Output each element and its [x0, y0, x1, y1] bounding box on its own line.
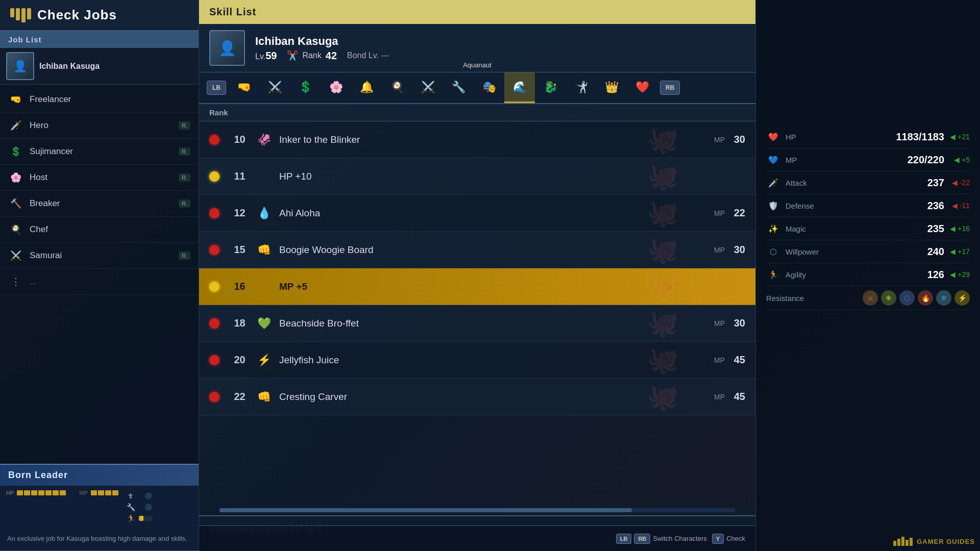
active-job-tooltip: Aquanaut	[463, 61, 492, 69]
char-name-left: Ichiban Kasuga	[39, 62, 100, 71]
born-leader-header: Born Leader	[0, 465, 199, 486]
job-tab-8[interactable]: 🎭	[474, 72, 504, 103]
mp-icon: 💙	[766, 153, 780, 167]
skill-rank-1: 11	[226, 170, 254, 182]
job-item-samurai[interactable]: ⚔️ Samurai R.	[0, 243, 199, 269]
agility-value: 126	[888, 269, 944, 281]
job-name-sujimancer: Sujimancer	[30, 146, 173, 157]
skill-dot-5	[209, 318, 219, 329]
job-item-sujimancer[interactable]: 💲 Sujimancer R.	[0, 139, 199, 165]
magic-diff-arrow: ◀	[950, 224, 955, 233]
skill-row-5[interactable]: 18 💚 Beachside Bro-ffet 🐙 MP 30	[199, 305, 755, 342]
skill-rank-4: 16	[226, 281, 254, 292]
born-leader-section: Born Leader HP MP	[0, 464, 199, 552]
skill-row-1[interactable]: 11 HP +10 🐙	[199, 158, 755, 195]
stats-panel: ❤️ HP 1183/1183 ◀ +21 💙 MP 220/220 ◀ +5 …	[755, 0, 980, 551]
char-level-rank: Lv.59 ✂️ Rank42 Bond Lv. ---	[255, 50, 745, 62]
mp-value: 220/220	[888, 154, 944, 166]
defense-diff: ◀ -11	[949, 202, 970, 210]
rb-ctrl[interactable]: RB	[634, 534, 650, 544]
skill-mp-label-0: MP	[714, 136, 725, 144]
lb-ctrl[interactable]: LB	[616, 534, 632, 544]
character-select-row[interactable]: 👤 Ichiban Kasuga	[0, 48, 199, 85]
skill-icon-6: ⚡	[254, 350, 274, 370]
skill-mp-label-3: MP	[714, 246, 725, 254]
job-name-samurai: Samurai	[30, 251, 173, 261]
job-tab-7[interactable]: 🔧	[443, 72, 474, 103]
agility-diff-arrow: ◀	[950, 270, 955, 279]
lb-button[interactable]: LB	[207, 81, 226, 95]
skill-row-0[interactable]: 10 🦑 Inker to the Blinker 🐙 MP 30	[199, 121, 755, 158]
hero-icon: 🗡️	[8, 118, 23, 133]
skill-icon-7: 👊	[254, 387, 274, 407]
job-name-more: ...	[30, 277, 190, 287]
willpower-diff: ◀ +17	[949, 247, 970, 256]
res-slash-icon: ⚔	[863, 290, 878, 306]
stat-row-defense: 🛡️ Defense 236 ◀ -11	[766, 194, 970, 217]
skill-mp-label-2: MP	[714, 209, 725, 217]
job-tab-3[interactable]: 🌸	[321, 72, 351, 103]
switch-chars-hint: LB RB Switch Characters	[616, 534, 707, 544]
y-ctrl[interactable]: Y	[712, 534, 724, 544]
skill-row-3[interactable]: 15 👊 Boogie Woogie Board 🐙 MP 30	[199, 232, 755, 268]
skill-row-7-inner: 22 👊 Cresting Carver 🐙 MP 45	[209, 387, 745, 407]
job-tab-12[interactable]: 👑	[596, 72, 627, 103]
col-rank-header: Rank	[209, 108, 260, 117]
magic-value: 235	[888, 223, 944, 235]
skill-rows: 10 🦑 Inker to the Blinker 🐙 MP 30 11 HP …	[199, 121, 755, 505]
level-display: Lv.59	[255, 50, 277, 62]
char-portrait: 👤	[209, 30, 245, 66]
breaker-icon: 🔨	[8, 196, 23, 211]
skill-dot-0	[209, 135, 219, 145]
sujimancer-icon: 💲	[8, 144, 23, 159]
skill-row-4[interactable]: 16 MP +5 🐙	[199, 268, 755, 305]
job-tab-11[interactable]: 🤺	[566, 72, 596, 103]
defense-value: 236	[888, 200, 944, 212]
stat-bar-defense: 🔧 ⬡	[127, 503, 152, 511]
job-item-more[interactable]: ⋮ ...	[0, 269, 199, 295]
job-tab-4[interactable]: 🔔	[351, 72, 382, 103]
job-tab-10[interactable]: 🐉	[535, 72, 566, 103]
scroll-indicator[interactable]	[219, 508, 735, 512]
job-tab-0[interactable]: 🤜	[229, 72, 259, 103]
job-tab-aquanaut[interactable]: 🌊	[504, 72, 535, 103]
attack-icon: 🗡️	[766, 176, 780, 190]
chef-icon: 🍳	[8, 222, 23, 237]
bottom-bar: LB RB Switch Characters Y Check	[199, 525, 755, 551]
right-panel: Skill List 👤 Ichiban Kasuga Lv.59 ✂️ Ran…	[199, 0, 755, 551]
rank-label: Rank	[302, 51, 321, 60]
skill-mp-label-7: MP	[714, 393, 725, 401]
job-tab-2[interactable]: 💲	[290, 72, 321, 103]
rb-button[interactable]: RB	[660, 81, 680, 95]
job-item-breaker[interactable]: 🔨 Breaker R.	[0, 191, 199, 217]
job-item-chef[interactable]: 🍳 Chef	[0, 217, 199, 243]
magic-diff-val: +16	[958, 224, 970, 233]
samurai-icon: ⚔️	[8, 248, 23, 263]
level-num: 59	[265, 50, 277, 61]
stat-bar-magic: 🏃	[127, 514, 152, 522]
skill-row-7[interactable]: 22 👊 Cresting Carver 🐙 MP 45	[199, 379, 755, 415]
agility-diff-val: +29	[958, 270, 970, 279]
skill-mp-label-6: MP	[714, 356, 725, 364]
job-tab-1[interactable]: ⚔️	[259, 72, 290, 103]
skill-dot-1	[209, 171, 219, 182]
job-tab-5[interactable]: 🍳	[382, 72, 412, 103]
skill-row-6[interactable]: 20 ⚡ Jellyfish Juice 🐙 MP 45	[199, 342, 755, 379]
magic-label: Magic	[786, 224, 883, 233]
job-item-host[interactable]: 🌸 Host R.	[0, 165, 199, 191]
resistance-label: Resistance	[766, 294, 857, 303]
job-item-hero[interactable]: 🗡️ Hero R.	[0, 113, 199, 139]
rank-display: ✂️ Rank42	[287, 50, 337, 62]
host-icon: 🌸	[8, 170, 23, 185]
job-item-freelancer[interactable]: 🤜 Freelancer	[0, 87, 199, 113]
willpower-value: 240	[888, 246, 944, 258]
skill-row-2[interactable]: 12 💧 Ahi Aloha 🐙 MP 22	[199, 195, 755, 232]
willpower-diff-arrow: ◀	[950, 247, 955, 256]
agility-label: Agility	[786, 270, 883, 279]
skill-dot-4	[209, 282, 219, 292]
job-tab-13[interactable]: ❤️	[627, 72, 657, 103]
left-panel: Check Jobs Job List 👤 Ichiban Kasuga 🤜 F…	[0, 0, 199, 551]
job-tab-6[interactable]: ⚔️	[412, 72, 443, 103]
attack-diff-val: -22	[960, 179, 970, 187]
skill-icon-1	[254, 166, 274, 187]
